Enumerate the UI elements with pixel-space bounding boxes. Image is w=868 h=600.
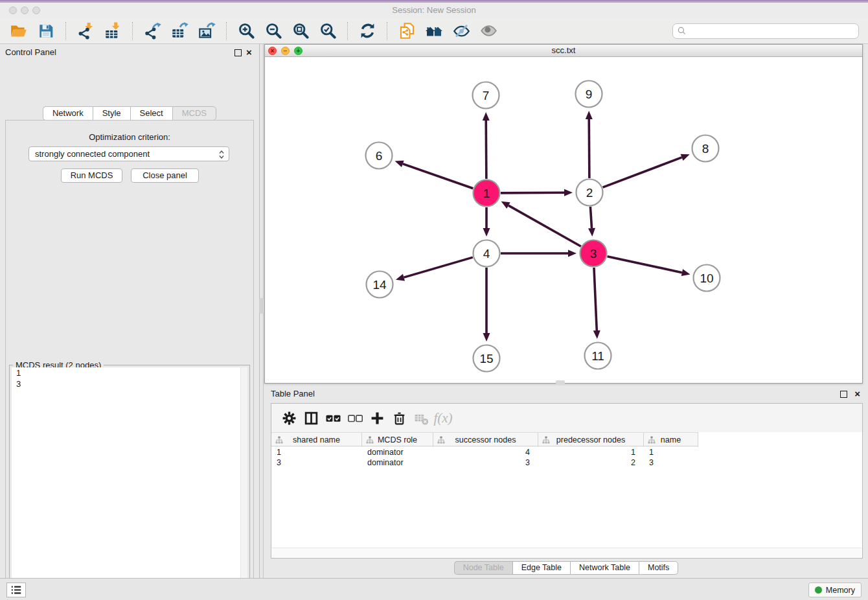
table-cell-shared-name[interactable]: 3 — [271, 457, 362, 468]
select-all-columns-icon[interactable] — [322, 408, 344, 428]
refresh-network-icon[interactable] — [357, 21, 378, 41]
search-field[interactable] — [672, 23, 859, 39]
unselect-all-columns-icon[interactable] — [344, 408, 366, 428]
column-header-name[interactable]: name — [644, 433, 698, 447]
graph-node-10[interactable]: 10 — [694, 265, 720, 292]
graph-edge-1-7[interactable] — [483, 112, 490, 179]
toolbar-separator — [132, 22, 133, 40]
tab-select[interactable]: Select — [130, 106, 172, 121]
app-minimize-button[interactable] — [21, 6, 29, 14]
float-table-panel-icon[interactable] — [840, 390, 847, 400]
export-image-icon[interactable] — [196, 21, 217, 41]
table-settings-gear-icon[interactable] — [278, 408, 300, 428]
hide-selected-icon[interactable] — [451, 21, 472, 41]
graph-edge-4-3[interactable] — [501, 250, 577, 257]
criterion-dropdown[interactable]: strongly connected component — [29, 146, 229, 161]
graph-node-3[interactable]: 3 — [580, 240, 607, 267]
show-hidden-icon[interactable] — [478, 21, 499, 41]
graph-edge-1-4[interactable] — [483, 207, 490, 237]
app-zoom-button[interactable] — [32, 6, 40, 14]
network-window-titlebar[interactable]: × − + scc.txt — [265, 45, 862, 57]
export-table-icon[interactable] — [169, 21, 190, 41]
import-network-icon[interactable] — [75, 21, 96, 41]
graph-node-2[interactable]: 2 — [577, 179, 603, 206]
table-cell-name[interactable]: 1 — [644, 447, 698, 457]
memory-button[interactable]: Memory — [808, 583, 862, 597]
graph-edge-3-10[interactable] — [607, 257, 690, 276]
graph-node-8[interactable]: 8 — [692, 135, 719, 162]
graph-edge-2-9[interactable] — [586, 111, 593, 178]
tab-edge-table[interactable]: Edge Table — [512, 561, 570, 575]
table-horizontal-scrollbar[interactable] — [272, 548, 862, 557]
delete-column-trash-icon[interactable] — [388, 408, 410, 428]
table-cell-predecessor-nodes[interactable]: 1 — [538, 447, 644, 457]
zoom-selected-icon[interactable] — [317, 21, 338, 41]
graph-edge-2-8[interactable] — [603, 154, 690, 187]
graph-edge-4-14[interactable] — [396, 257, 473, 281]
column-header-shared-name[interactable]: shared name — [271, 433, 362, 447]
graph-node-11[interactable]: 11 — [585, 343, 611, 369]
graph-node-7[interactable]: 7 — [473, 82, 499, 109]
mcds-result-text[interactable]: 13 — [12, 367, 247, 600]
zoom-fit-icon[interactable] — [290, 21, 311, 41]
open-session-icon[interactable] — [8, 21, 29, 41]
tab-node-table[interactable]: Node Table — [454, 561, 512, 575]
table-rows: 1dominator4113dominator323 — [271, 447, 862, 468]
close-panel-button[interactable]: Close panel — [131, 168, 199, 183]
column-header-mcds-role[interactable]: MCDS role — [362, 433, 433, 447]
tab-network[interactable]: Network — [43, 106, 93, 121]
copy-style-icon[interactable] — [396, 21, 417, 41]
list-icon — [10, 585, 22, 595]
graph-edge-4-15[interactable] — [483, 268, 490, 341]
save-session-icon[interactable] — [36, 21, 56, 41]
graph-node-9[interactable]: 9 — [576, 81, 602, 108]
graph-edge-3-11[interactable] — [593, 268, 600, 339]
create-column-plus-icon[interactable] — [366, 408, 388, 428]
tab-style[interactable]: Style — [93, 106, 130, 121]
zoom-in-icon[interactable] — [236, 21, 257, 41]
search-input[interactable] — [687, 25, 858, 38]
table-row[interactable]: 1dominator411 — [271, 447, 862, 457]
float-panel-icon[interactable] — [234, 49, 242, 58]
column-header-successor-nodes[interactable]: successor nodes — [433, 433, 538, 447]
tab-network-table[interactable]: Network Table — [570, 561, 639, 575]
import-table-icon[interactable] — [102, 21, 123, 41]
table-cell-successor-nodes[interactable]: 4 — [433, 447, 538, 457]
run-mcds-button[interactable]: Run MCDS — [61, 168, 122, 183]
graph-edge-2-3[interactable] — [588, 207, 595, 237]
horizontal-split-handle[interactable] — [556, 380, 565, 385]
graph-node-1[interactable]: 1 — [474, 180, 500, 207]
show-column-panel-icon[interactable] — [300, 408, 322, 428]
tab-mcds[interactable]: MCDS — [172, 106, 216, 121]
graph-edge-1-6[interactable] — [395, 161, 474, 189]
network-zoom-button[interactable]: + — [294, 47, 303, 55]
graph-node-15[interactable]: 15 — [474, 345, 500, 372]
column-header-label: successor nodes — [455, 435, 516, 444]
table-cell-shared-name[interactable]: 1 — [271, 447, 362, 457]
result-scrollbar[interactable] — [240, 367, 247, 600]
graph-node-14[interactable]: 14 — [367, 271, 393, 298]
column-header-predecessor-nodes[interactable]: predecessor nodes — [538, 433, 644, 447]
app-close-button[interactable] — [9, 6, 17, 14]
zoom-out-icon[interactable] — [263, 21, 284, 41]
table-cell-predecessor-nodes[interactable]: 2 — [538, 457, 644, 468]
table-cell-name[interactable]: 3 — [644, 457, 698, 468]
graph-edge-1-2[interactable] — [501, 189, 573, 196]
export-network-icon[interactable] — [142, 21, 163, 41]
split-pane-handle[interactable] — [259, 298, 264, 314]
task-history-button[interactable] — [6, 583, 26, 597]
close-table-panel-icon[interactable]: × — [854, 390, 860, 397]
tab-motifs[interactable]: Motifs — [639, 561, 678, 575]
graph-edge-3-1[interactable] — [501, 202, 581, 246]
table-cell-mcds-role[interactable]: dominator — [362, 447, 433, 457]
network-close-button[interactable]: × — [268, 47, 277, 55]
network-minimize-button[interactable]: − — [281, 47, 290, 55]
graph-node-4[interactable]: 4 — [474, 240, 500, 267]
network-canvas[interactable]: 7968124314101511 — [265, 57, 862, 383]
table-cell-successor-nodes[interactable]: 3 — [433, 457, 538, 468]
table-cell-mcds-role[interactable]: dominator — [362, 457, 433, 468]
show-all-networks-icon[interactable] — [424, 21, 444, 41]
table-row[interactable]: 3dominator323 — [271, 457, 862, 468]
graph-node-6[interactable]: 6 — [366, 143, 393, 169]
close-panel-icon[interactable]: × — [246, 49, 252, 56]
